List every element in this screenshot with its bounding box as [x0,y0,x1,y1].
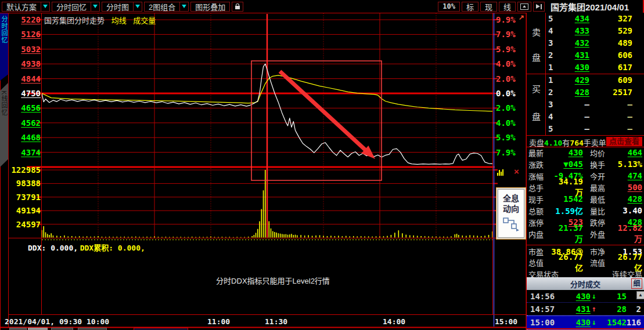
volume-axis-label: 24597 [6,220,41,229]
price-axis-label: 4938 [10,60,41,68]
chevron-down-icon[interactable] [134,2,142,12]
tick-row[interactable]: 14:57 431 ↑ 28 2 [527,303,644,316]
lock-icon [235,6,240,9]
stats-row: 最新430 均价464 [527,147,644,158]
bottom-tab[interactable] [51,328,73,330]
bottom-tab[interactable] [134,328,188,330]
chevron-down-icon[interactable] [91,2,100,12]
chart-type-label[interactable]: 分时图 [102,2,134,12]
next-panel-button[interactable] [533,2,545,12]
time-axis-label: 14:00 [383,317,405,326]
bid-row-1[interactable]: 1 429 609 [527,74,644,86]
time-axis-label: 2021/04/01, 09:30 [5,317,82,326]
ask-row-1[interactable]: 1 430 617 [527,61,644,74]
lock-button[interactable] [232,2,243,12]
stats-row: 总值26.77亿 流值26.77亿 [527,257,644,268]
chart-type-dropdown[interactable]: 分时图 [102,2,142,12]
top-toolbar: 默认方案 分时回忆 分时图 2图组合 图形叠加 10% 标 现 [0,0,644,13]
legend-ma[interactable]: 均线 [111,16,127,25]
detail-button[interactable]: 细 [631,278,642,289]
stats-row: 涨幅-9.47% 今开474 [527,170,644,182]
stock-title: 国芳集团2021/04/01 [551,1,629,13]
ddx-indicator-readout: DDX: 0.000, DDX累积: 0.000, [28,242,145,253]
time-axis-label: 10:00 [87,317,109,326]
stats-row: 总手34.19万 最高500 [527,182,644,193]
holo-trend-button[interactable]: 全息 动向 [496,187,526,240]
stats-row: 总额1.59亿 量比3.40 [527,205,644,216]
price-axis-label: 4374 [10,148,41,157]
window-up-icon [520,3,528,10]
volume-axis-label: 73791 [6,193,41,201]
ask-row-5[interactable]: 5 434 327 [527,13,644,25]
chevron-down-icon[interactable] [41,2,50,12]
percent-axis-label: 7.9% [496,148,516,157]
combo-label[interactable]: 2图组合 [144,2,180,12]
ask-row-3[interactable]: 3 432 489 [527,37,644,49]
stats-row: 内盘21.37万 外盘12.82万 [527,228,644,240]
percent-axis-label: 9.9% [496,16,516,24]
play-bar-icon [536,4,542,9]
ask-row-4[interactable]: 4 433 529 [527,25,644,37]
zoom-level-button[interactable]: 10% [438,2,460,12]
mark-button[interactable]: 标 [462,2,478,12]
large-order-alert: 卖盘4.10有764手卖单! 点击查看 [529,137,644,147]
bottom-tab[interactable] [9,328,27,330]
stats-grid: 最新430 均价464 涨跌▼045 换手5.13% 涨幅-9.47% 今开47… [527,147,644,240]
percent-axis-label: 4.0% [496,60,516,68]
now-button[interactable]: 现 [480,2,497,12]
stats-row: 涨跌▼045 换手5.13% [527,158,644,170]
price-axis-label: 5032 [10,45,41,53]
close-icon[interactable]: × [514,166,519,176]
percent-axis-label: 7.9% [496,30,516,38]
sidebar-tab-kline-replay[interactable]: K线回忆 [0,82,9,167]
popout-arrow-icon[interactable]: ↗ [519,13,524,21]
volume-axis-label: 122985 [6,166,41,174]
price-axis-label: 5126 [10,30,41,38]
percent-axis-label: 2.0% [496,75,516,83]
scroll-top-button[interactable]: ▲ [636,291,644,299]
replay-label[interactable]: 分时回忆 [52,2,91,12]
price-axis-label: 4844 [10,75,41,83]
ask-row-2[interactable]: 2 431 606 [527,49,644,61]
ddx-value: DDX: 0.000, [28,244,78,252]
scheme-dropdown[interactable]: 默认方案 [2,2,50,12]
ddx-notice: 分时DDX指标只能用于Level2行情 [180,275,366,286]
quote-panel: 卖 盘 买 盘 5 434 327 4 433 529 3 432 489 2 … [527,13,644,330]
volume-axis-label: 98388 [6,179,41,187]
price-axis-label: 4656 [10,104,41,112]
bid-row-3[interactable]: 3 — — [527,99,644,111]
line-button[interactable]: 线 [499,2,516,12]
sidebar-tab-intraday-replay[interactable]: 分时回忆 [0,13,9,81]
combo-dropdown[interactable]: 2图组合 [144,2,189,12]
percent-axis-label: 0.0% [496,89,516,97]
bid-row-4[interactable]: 4 — — [527,111,644,123]
bottom-tab[interactable] [78,328,107,330]
bottom-tab-strip [0,328,526,330]
price-axis-label: 5220 [10,16,41,24]
flow-arrow-icon [502,216,520,231]
tick-row[interactable]: 14:56 430 ↓ 15 2 [527,290,644,303]
chart-title: 国芳集团分时走势 [44,16,105,25]
percent-axis-label: 4.0% [496,119,516,127]
legend-volume[interactable]: 成交量 [133,16,156,25]
window-toggle-button[interactable] [517,2,531,12]
replay-dropdown[interactable]: 分时回忆 [52,2,100,12]
chart-header: 国芳集团分时走势 均线 成交量 [44,14,156,26]
bottom-tab[interactable] [28,328,48,330]
price-axis-label: 4468 [10,133,41,142]
view-detail-button[interactable]: 点击查看 [606,137,642,146]
time-axis-label: 11:00 [207,317,230,326]
bid-row-5[interactable]: 5 — — [527,123,644,135]
bid-row-2[interactable]: 2 428 2517 [527,86,644,99]
stock-trading-window: 默认方案 分时回忆 分时图 2图组合 图形叠加 10% 标 现 [0,0,644,330]
overlay-button[interactable]: 图形叠加 [190,2,230,12]
scheme-label[interactable]: 默认方案 [2,2,41,12]
price-axis-label: 4562 [10,119,41,127]
volume-axis-label: 49194 [6,206,41,215]
tick-list-header[interactable]: 分时成交 细 [527,277,644,290]
stats-row: 现手1542 最低428 [527,193,644,205]
chevron-down-icon[interactable] [180,2,189,12]
volume-bars-icon [497,169,506,176]
valuation-grid: 市盈38.86③ 市净1.53 总值26.77亿 流值26.77亿 [527,246,644,268]
time-axis-label: 11:30 [265,317,287,326]
